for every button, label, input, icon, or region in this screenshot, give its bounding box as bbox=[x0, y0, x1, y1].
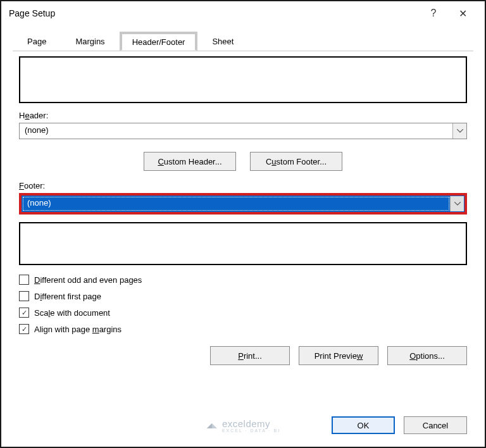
check-scale-document[interactable]: ✓ Scale with document bbox=[19, 304, 467, 321]
checkbox-group: Different odd and even pages Different f… bbox=[19, 271, 467, 337]
watermark-subtext: EXCEL · DATA · BI bbox=[222, 428, 280, 433]
footer-label: Footer: bbox=[19, 181, 467, 190]
check-different-odd-even[interactable]: Different odd and even pages bbox=[19, 271, 467, 288]
chevron-down-icon bbox=[454, 202, 461, 206]
custom-footer-button[interactable]: Custom Footer... bbox=[250, 152, 342, 171]
footer-combo-value: (none) bbox=[22, 196, 450, 211]
header-label: Header: bbox=[19, 111, 467, 120]
action-button-row: Print... Print Preview Options... bbox=[19, 346, 467, 365]
dialog-button-row: OK Cancel bbox=[332, 416, 467, 434]
checkbox-icon bbox=[19, 291, 29, 301]
header-combo[interactable]: (none) bbox=[19, 123, 467, 139]
titlebar: Page Setup ? ✕ bbox=[1, 1, 485, 25]
close-button[interactable]: ✕ bbox=[448, 4, 477, 23]
tab-page[interactable]: Page bbox=[13, 31, 61, 51]
header-preview-box bbox=[19, 56, 467, 103]
checkbox-icon: ✓ bbox=[19, 324, 29, 334]
tab-margins[interactable]: Margins bbox=[61, 31, 119, 51]
check-different-first[interactable]: Different first page bbox=[19, 288, 467, 304]
chevron-down-icon bbox=[457, 129, 463, 133]
print-preview-button[interactable]: Print Preview bbox=[299, 346, 378, 365]
check-label: Different odd and even pages bbox=[34, 275, 142, 285]
footer-preview-box bbox=[19, 222, 467, 265]
ok-button[interactable]: OK bbox=[332, 416, 395, 434]
tab-sheet[interactable]: Sheet bbox=[197, 31, 248, 51]
print-button[interactable]: Print... bbox=[210, 346, 290, 365]
custom-header-button[interactable]: Custom Header... bbox=[144, 152, 236, 171]
help-button[interactable]: ? bbox=[419, 4, 448, 23]
checkbox-icon bbox=[19, 275, 29, 285]
check-align-margins[interactable]: ✓ Align with page margins bbox=[19, 321, 467, 337]
check-label: Different first page bbox=[34, 292, 101, 301]
tab-strip: Page Margins Header/Footer Sheet bbox=[13, 30, 473, 51]
tab-content: Header: (none) Custom Header... Custom F… bbox=[1, 56, 485, 365]
header-combo-value: (none) bbox=[20, 123, 452, 139]
logo-icon bbox=[206, 420, 218, 432]
tab-header-footer[interactable]: Header/Footer bbox=[120, 32, 198, 51]
footer-combo-arrow[interactable] bbox=[450, 196, 464, 211]
watermark-text: exceldemy bbox=[222, 419, 280, 428]
check-label: Align with page margins bbox=[34, 325, 122, 334]
options-button[interactable]: Options... bbox=[387, 346, 467, 365]
check-label: Scale with document bbox=[34, 308, 110, 318]
header-combo-arrow[interactable] bbox=[452, 123, 466, 139]
checkbox-icon: ✓ bbox=[19, 308, 29, 318]
cancel-button[interactable]: Cancel bbox=[404, 416, 467, 434]
footer-combo-highlight: (none) bbox=[19, 193, 467, 215]
dialog-title: Page Setup bbox=[9, 8, 419, 18]
footer-combo[interactable]: (none) bbox=[22, 196, 464, 212]
watermark: exceldemy EXCEL · DATA · BI bbox=[206, 419, 280, 433]
custom-button-row: Custom Header... Custom Footer... bbox=[19, 152, 467, 171]
